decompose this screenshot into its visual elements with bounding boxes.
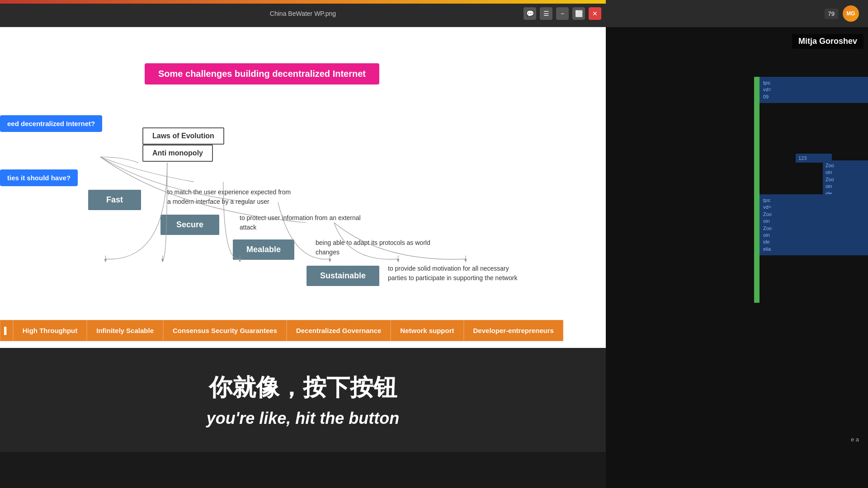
info4-line1: tps: <box>763 197 864 204</box>
mealable-desc-line2: changes <box>316 249 340 256</box>
info1-line1: tps: <box>763 80 864 86</box>
right-bottom-text: e a <box>851 436 859 443</box>
left-button-1[interactable]: eed decentralized Internet? <box>0 115 102 132</box>
svg-marker-11 <box>464 259 467 263</box>
subtitle-chinese: 你就像，按下按钮 <box>209 372 397 404</box>
bottom-btn-high-throughput[interactable]: High Throughput <box>13 320 87 341</box>
info2-line3: Zoo <box>826 176 865 183</box>
svg-marker-6 <box>104 259 107 263</box>
fast-desc-line1: to match the user experience expected fr… <box>167 188 291 196</box>
maximize-button[interactable]: ⬜ <box>572 7 585 20</box>
mealable-desc-line1: being able to adapt its protocols as wor… <box>316 239 430 246</box>
participant-count: 79 <box>825 9 838 19</box>
secure-desc-line2: attack <box>240 224 256 231</box>
svg-marker-9 <box>329 259 331 263</box>
info4-line3: Zoo <box>763 211 864 218</box>
green-indicator-bar <box>754 77 760 303</box>
info2-line4: oin <box>826 183 865 190</box>
laws-of-evolution-box[interactable]: Laws of Evolution <box>142 127 224 145</box>
bottom-btn-network-support[interactable]: Network support <box>391 320 463 341</box>
main-content-area: Some challenges building decentralized I… <box>0 27 606 452</box>
avatar: MG <box>843 5 859 22</box>
bottom-btn-developer[interactable]: Developer-entrepreneurs <box>464 320 563 341</box>
info3-line1: 123 <box>798 155 829 161</box>
right-info-box-3: 123 <box>796 154 832 163</box>
info4-line4: oin <box>763 218 864 225</box>
minimize-button[interactable]: − <box>556 7 569 20</box>
svg-marker-10 <box>397 259 400 263</box>
right-info-box-1: tps: vd= 09 <box>760 77 868 103</box>
svg-marker-7 <box>161 259 164 263</box>
secure-box: Secure <box>160 215 219 235</box>
right-info-box-4: tps: vd= Zoo oin Zoo oin ide elia <box>760 194 868 255</box>
info4-line5: Zoo <box>763 225 864 232</box>
fast-description: to match the user experience expected fr… <box>167 188 291 206</box>
window-title: China BeWater WP.png <box>270 10 336 17</box>
bottom-buttons-bar: ▌ High Throughput Infinitely Scalable Co… <box>0 320 606 341</box>
right-panel: 79 MG Mitja Goroshev tps: vd= 09 Zoo oin… <box>606 0 868 488</box>
sustainable-desc-line1: to provide solid motivation for all nece… <box>388 265 509 272</box>
title-bar: China BeWater WP.png 💬 ☰ − ⬜ ✕ <box>0 0 606 27</box>
top-decoration-bar <box>0 0 606 4</box>
sustainable-box: Sustainable <box>307 266 379 286</box>
info4-line7: ide <box>763 239 864 245</box>
info1-line3: 09 <box>763 94 864 100</box>
sustainable-description: to provide solid motivation for all nece… <box>388 264 517 283</box>
subtitle-english: you're like, hit the button <box>207 409 400 428</box>
bottom-btn-partial: ▌ <box>0 320 13 341</box>
anti-monopoly-box[interactable]: Anti monopoly <box>142 145 213 162</box>
info1-line2: vd= <box>763 86 864 93</box>
info2-line1: Zoo <box>826 162 865 169</box>
sustainable-desc-line2: parties to participate in supporting the… <box>388 274 517 282</box>
header-banner: Some challenges building decentralized I… <box>145 63 379 84</box>
secure-desc-line1: to protect user information from an exte… <box>240 214 361 221</box>
mealable-box: Mealable <box>233 239 294 260</box>
fast-desc-line2: a modern interface by a regular user <box>167 198 269 205</box>
left-button-2[interactable]: ties it should have? <box>0 169 78 186</box>
mealable-description: being able to adapt its protocols as wor… <box>316 238 430 257</box>
bottom-btn-infinitely-scalable[interactable]: Infinitely Scalable <box>87 320 163 341</box>
participant-name: Mitja Goroshev <box>792 34 863 49</box>
info4-line8: elia <box>763 246 864 253</box>
subtitle-overlay: 你就像，按下按钮 you're like, hit the button <box>0 348 606 452</box>
secure-description: to protect user information from an exte… <box>240 213 361 232</box>
fast-box: Fast <box>88 190 141 210</box>
bottom-btn-decentralized[interactable]: Decentralized Governance <box>287 320 391 341</box>
bottom-btn-consensus[interactable]: Consensus Security Guarantees <box>163 320 287 341</box>
menu-button[interactable]: ☰ <box>540 7 552 20</box>
info4-line2: vd= <box>763 204 864 211</box>
window-controls: 💬 ☰ − ⬜ ✕ <box>524 7 601 20</box>
right-panel-top-bar: 79 MG <box>606 0 868 27</box>
chat-icon-button[interactable]: 💬 <box>524 7 536 20</box>
info4-line6: oin <box>763 232 864 239</box>
close-button[interactable]: ✕ <box>589 7 601 20</box>
info2-line2: oin <box>826 169 865 176</box>
